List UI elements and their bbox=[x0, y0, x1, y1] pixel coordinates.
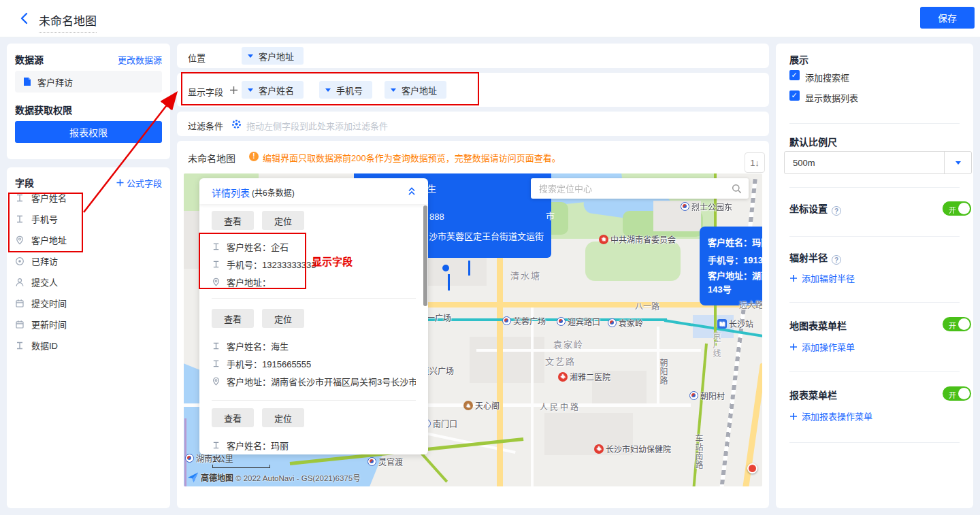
detail-list-title: 详情列表 bbox=[212, 186, 250, 199]
display-field-tag[interactable]: 客户地址 bbox=[385, 81, 446, 99]
default-scale-title: 默认比例尺 bbox=[789, 135, 837, 148]
map-canvas[interactable]: 烈士公园东 中共湖南省委员会 清水塘 八一路 远大路 五一广场 芙蓉广场 迎宾路… bbox=[184, 173, 762, 486]
calendar-icon bbox=[15, 299, 24, 308]
search-input[interactable] bbox=[531, 178, 725, 199]
location-row: 位置 客户地址 bbox=[177, 44, 769, 68]
view-button[interactable]: 查看 bbox=[212, 309, 254, 328]
text-field-icon bbox=[212, 242, 220, 251]
form-icon bbox=[22, 77, 32, 86]
coord-setting-title: 坐标设置 bbox=[789, 201, 841, 216]
scale-bar: 1公里 bbox=[212, 452, 270, 468]
metro-icon bbox=[557, 317, 566, 326]
warning-text: 编辑界面只取数据源前200条作为查询数据预览，完整数据请访问页面查看。 bbox=[263, 151, 561, 164]
attraction-pin-icon bbox=[463, 401, 473, 410]
map-attribution: © 2022 AutoNavi - GS(2021)6375号 bbox=[235, 472, 361, 483]
show-datalist-checkbox[interactable] bbox=[789, 90, 800, 101]
marker-stem bbox=[448, 274, 450, 290]
report-permission-button[interactable]: 报表权限 bbox=[15, 121, 162, 143]
collapse-icon[interactable] bbox=[406, 186, 417, 197]
radius-title: 辐射半径 bbox=[789, 250, 841, 265]
map-marker[interactable] bbox=[442, 265, 449, 271]
detail-list-header: 详情列表 (共6条数据) bbox=[199, 178, 428, 204]
amap-plane-icon bbox=[187, 471, 199, 483]
plus-icon bbox=[789, 274, 798, 282]
add-display-field-icon[interactable] bbox=[229, 86, 238, 95]
chevron-down-icon bbox=[248, 88, 253, 92]
person-icon bbox=[15, 278, 24, 287]
field-item-submit-time[interactable]: 提交时间 bbox=[15, 297, 67, 310]
report-menu-title: 报表菜单栏 bbox=[789, 388, 837, 401]
datasource-title: 数据源 bbox=[15, 52, 44, 66]
metro-icon bbox=[368, 457, 376, 466]
text-field-icon bbox=[212, 342, 220, 350]
add-searchbox-checkbox[interactable] bbox=[789, 70, 800, 80]
metro-icon bbox=[185, 454, 194, 463]
scrollbar-thumb[interactable] bbox=[423, 205, 427, 306]
location-label: 位置 bbox=[188, 51, 206, 64]
field-item-address[interactable]: 客户地址 bbox=[15, 233, 67, 246]
locate-button[interactable]: 定位 bbox=[262, 408, 304, 427]
display-field-tag[interactable]: 客户姓名 bbox=[242, 81, 304, 99]
hospital-pin-icon bbox=[594, 444, 604, 454]
location-pin-icon bbox=[212, 377, 220, 386]
topbar: 未命名地图 保存 bbox=[0, 0, 980, 37]
field-item-submitter[interactable]: 提交人 bbox=[15, 276, 58, 288]
chevron-down-icon bbox=[391, 88, 396, 92]
text-field-icon bbox=[212, 359, 220, 368]
location-field-tag[interactable]: 客户地址 bbox=[242, 47, 304, 65]
warning-icon: ! bbox=[249, 152, 259, 161]
fields-title: 字段 bbox=[15, 176, 34, 189]
save-button[interactable]: 保存 bbox=[920, 7, 975, 29]
datasource-item[interactable]: 客户拜访 bbox=[15, 71, 162, 93]
report-menu-toggle[interactable]: 开 bbox=[943, 386, 971, 401]
plus-icon bbox=[116, 179, 124, 186]
sort-button[interactable]: 1↓ bbox=[745, 152, 765, 173]
back-icon[interactable] bbox=[18, 12, 31, 25]
field-item-visited[interactable]: 已拜访 bbox=[15, 254, 58, 267]
scale-select[interactable]: 500m bbox=[784, 151, 972, 174]
map-menu-toggle[interactable]: 开 bbox=[943, 317, 971, 331]
locate-button[interactable]: 定位 bbox=[262, 211, 304, 230]
view-button[interactable]: 查看 bbox=[212, 408, 254, 427]
gear-icon[interactable] bbox=[231, 119, 242, 129]
display-fields-row: 显示字段 客户姓名 手机号 客户地址 bbox=[177, 73, 769, 107]
govt-pin-icon bbox=[599, 235, 608, 244]
location-pin-icon bbox=[15, 235, 24, 245]
add-menu-link[interactable]: 添加操作菜单 bbox=[789, 340, 855, 353]
red-marker[interactable] bbox=[747, 463, 757, 474]
add-report-menu-link[interactable]: 添加报表操作菜单 bbox=[789, 410, 872, 422]
page-title[interactable]: 未命名地图 bbox=[39, 12, 97, 33]
change-datasource-link[interactable]: 更改数据源 bbox=[118, 53, 162, 66]
text-field-icon bbox=[15, 341, 24, 350]
map-report-card: 未命名地图 ! 编辑界面只取数据源前200条作为查询数据预览，完整数据请访问页面… bbox=[177, 141, 769, 508]
park-area bbox=[585, 242, 681, 281]
field-item-customer-name[interactable]: 客户姓名 bbox=[15, 191, 67, 204]
detail-list-panel: 详情列表 (共6条数据) 查看 定位 客户姓名：企石 手机号：132333333… bbox=[199, 178, 428, 454]
field-item-data-id[interactable]: 数据ID bbox=[15, 339, 58, 352]
filter-label: 过滤条件 bbox=[188, 119, 223, 132]
help-icon[interactable] bbox=[832, 255, 841, 265]
plus-icon bbox=[789, 343, 798, 351]
add-radius-link[interactable]: 添加辐射半径 bbox=[789, 271, 855, 284]
road-vertical bbox=[497, 228, 503, 486]
locate-button[interactable]: 定位 bbox=[262, 309, 304, 328]
field-item-update-time[interactable]: 更新时间 bbox=[15, 318, 67, 331]
display-section-title: 展示 bbox=[789, 52, 808, 66]
help-icon[interactable] bbox=[832, 206, 841, 216]
view-button[interactable]: 查看 bbox=[212, 211, 254, 230]
field-item-phone[interactable]: 手机号 bbox=[15, 212, 58, 225]
display-field-tag[interactable]: 手机号 bbox=[319, 81, 372, 99]
calendar-icon bbox=[15, 320, 24, 329]
plus-icon bbox=[789, 412, 798, 420]
coord-setting-toggle[interactable]: 开 bbox=[943, 201, 971, 216]
filter-dropzone[interactable]: 拖动左侧字段到此处来添加过滤条件 bbox=[246, 119, 388, 132]
add-formula-field-link[interactable]: 公式字段 bbox=[116, 176, 162, 189]
annotation-label: 显示字段 bbox=[312, 254, 353, 268]
amap-logo: 高德地图 © 2022 AutoNavi - GS(2021)6375号 bbox=[187, 471, 361, 483]
search-icon[interactable] bbox=[732, 184, 742, 194]
display-fields-label: 显示字段 bbox=[188, 85, 223, 98]
map-tooltip: 客户姓名：玛丽 手机号：19133 客户地址：湖南 143号 bbox=[700, 227, 762, 305]
fields-panel: 字段 公式字段 客户姓名 手机号 客户地址 已拜访 提交人 提交时间 更新时间 … bbox=[7, 167, 170, 508]
railway-station-icon bbox=[717, 319, 727, 329]
add-searchbox-label: 添加搜索框 bbox=[805, 71, 849, 84]
